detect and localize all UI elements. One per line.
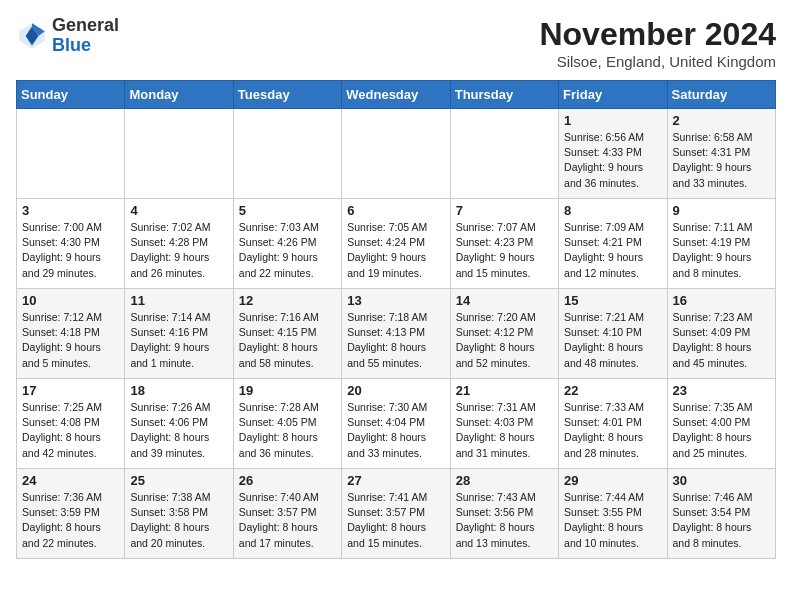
day-info: Sunrise: 7:30 AM Sunset: 4:04 PM Dayligh… [347, 400, 444, 461]
day-number: 3 [22, 203, 119, 218]
calendar-cell: 23Sunrise: 7:35 AM Sunset: 4:00 PM Dayli… [667, 379, 775, 469]
weekday-header-row: SundayMondayTuesdayWednesdayThursdayFrid… [17, 81, 776, 109]
day-number: 21 [456, 383, 553, 398]
calendar-cell: 16Sunrise: 7:23 AM Sunset: 4:09 PM Dayli… [667, 289, 775, 379]
calendar-week-row: 1Sunrise: 6:56 AM Sunset: 4:33 PM Daylig… [17, 109, 776, 199]
calendar-cell: 15Sunrise: 7:21 AM Sunset: 4:10 PM Dayli… [559, 289, 667, 379]
day-number: 17 [22, 383, 119, 398]
calendar-cell [125, 109, 233, 199]
day-info: Sunrise: 6:56 AM Sunset: 4:33 PM Dayligh… [564, 130, 661, 191]
calendar-cell: 18Sunrise: 7:26 AM Sunset: 4:06 PM Dayli… [125, 379, 233, 469]
page-header: General Blue November 2024 Silsoe, Engla… [16, 16, 776, 70]
day-number: 10 [22, 293, 119, 308]
day-number: 23 [673, 383, 770, 398]
day-info: Sunrise: 7:38 AM Sunset: 3:58 PM Dayligh… [130, 490, 227, 551]
day-number: 27 [347, 473, 444, 488]
day-number: 18 [130, 383, 227, 398]
day-number: 30 [673, 473, 770, 488]
day-number: 4 [130, 203, 227, 218]
day-info: Sunrise: 7:31 AM Sunset: 4:03 PM Dayligh… [456, 400, 553, 461]
calendar-cell: 19Sunrise: 7:28 AM Sunset: 4:05 PM Dayli… [233, 379, 341, 469]
day-number: 16 [673, 293, 770, 308]
day-info: Sunrise: 7:28 AM Sunset: 4:05 PM Dayligh… [239, 400, 336, 461]
day-info: Sunrise: 7:07 AM Sunset: 4:23 PM Dayligh… [456, 220, 553, 281]
day-info: Sunrise: 6:58 AM Sunset: 4:31 PM Dayligh… [673, 130, 770, 191]
day-number: 25 [130, 473, 227, 488]
day-info: Sunrise: 7:09 AM Sunset: 4:21 PM Dayligh… [564, 220, 661, 281]
day-info: Sunrise: 7:33 AM Sunset: 4:01 PM Dayligh… [564, 400, 661, 461]
calendar-cell: 27Sunrise: 7:41 AM Sunset: 3:57 PM Dayli… [342, 469, 450, 559]
day-info: Sunrise: 7:41 AM Sunset: 3:57 PM Dayligh… [347, 490, 444, 551]
calendar-cell [17, 109, 125, 199]
day-number: 6 [347, 203, 444, 218]
day-number: 29 [564, 473, 661, 488]
day-info: Sunrise: 7:35 AM Sunset: 4:00 PM Dayligh… [673, 400, 770, 461]
location: Silsoe, England, United Kingdom [539, 53, 776, 70]
day-info: Sunrise: 7:23 AM Sunset: 4:09 PM Dayligh… [673, 310, 770, 371]
day-number: 7 [456, 203, 553, 218]
calendar-cell: 1Sunrise: 6:56 AM Sunset: 4:33 PM Daylig… [559, 109, 667, 199]
day-info: Sunrise: 7:00 AM Sunset: 4:30 PM Dayligh… [22, 220, 119, 281]
calendar-cell: 4Sunrise: 7:02 AM Sunset: 4:28 PM Daylig… [125, 199, 233, 289]
weekday-header-saturday: Saturday [667, 81, 775, 109]
day-number: 26 [239, 473, 336, 488]
calendar-cell: 28Sunrise: 7:43 AM Sunset: 3:56 PM Dayli… [450, 469, 558, 559]
weekday-header-wednesday: Wednesday [342, 81, 450, 109]
day-info: Sunrise: 7:44 AM Sunset: 3:55 PM Dayligh… [564, 490, 661, 551]
calendar-cell: 14Sunrise: 7:20 AM Sunset: 4:12 PM Dayli… [450, 289, 558, 379]
calendar-cell: 17Sunrise: 7:25 AM Sunset: 4:08 PM Dayli… [17, 379, 125, 469]
calendar-cell: 10Sunrise: 7:12 AM Sunset: 4:18 PM Dayli… [17, 289, 125, 379]
day-number: 24 [22, 473, 119, 488]
calendar-week-row: 10Sunrise: 7:12 AM Sunset: 4:18 PM Dayli… [17, 289, 776, 379]
day-info: Sunrise: 7:20 AM Sunset: 4:12 PM Dayligh… [456, 310, 553, 371]
day-info: Sunrise: 7:18 AM Sunset: 4:13 PM Dayligh… [347, 310, 444, 371]
weekday-header-friday: Friday [559, 81, 667, 109]
day-info: Sunrise: 7:26 AM Sunset: 4:06 PM Dayligh… [130, 400, 227, 461]
calendar-cell [342, 109, 450, 199]
month-title: November 2024 [539, 16, 776, 53]
calendar-cell: 29Sunrise: 7:44 AM Sunset: 3:55 PM Dayli… [559, 469, 667, 559]
day-number: 8 [564, 203, 661, 218]
calendar-cell: 25Sunrise: 7:38 AM Sunset: 3:58 PM Dayli… [125, 469, 233, 559]
logo: General Blue [16, 16, 119, 56]
day-number: 9 [673, 203, 770, 218]
title-area: November 2024 Silsoe, England, United Ki… [539, 16, 776, 70]
day-info: Sunrise: 7:16 AM Sunset: 4:15 PM Dayligh… [239, 310, 336, 371]
day-number: 14 [456, 293, 553, 308]
calendar-cell: 30Sunrise: 7:46 AM Sunset: 3:54 PM Dayli… [667, 469, 775, 559]
weekday-header-thursday: Thursday [450, 81, 558, 109]
day-number: 12 [239, 293, 336, 308]
day-number: 11 [130, 293, 227, 308]
day-number: 13 [347, 293, 444, 308]
day-number: 28 [456, 473, 553, 488]
calendar-table: SundayMondayTuesdayWednesdayThursdayFrid… [16, 80, 776, 559]
calendar-cell: 8Sunrise: 7:09 AM Sunset: 4:21 PM Daylig… [559, 199, 667, 289]
calendar-cell: 26Sunrise: 7:40 AM Sunset: 3:57 PM Dayli… [233, 469, 341, 559]
calendar-cell: 11Sunrise: 7:14 AM Sunset: 4:16 PM Dayli… [125, 289, 233, 379]
calendar-week-row: 24Sunrise: 7:36 AM Sunset: 3:59 PM Dayli… [17, 469, 776, 559]
day-info: Sunrise: 7:12 AM Sunset: 4:18 PM Dayligh… [22, 310, 119, 371]
day-info: Sunrise: 7:05 AM Sunset: 4:24 PM Dayligh… [347, 220, 444, 281]
calendar-cell: 3Sunrise: 7:00 AM Sunset: 4:30 PM Daylig… [17, 199, 125, 289]
calendar-cell: 7Sunrise: 7:07 AM Sunset: 4:23 PM Daylig… [450, 199, 558, 289]
day-info: Sunrise: 7:43 AM Sunset: 3:56 PM Dayligh… [456, 490, 553, 551]
calendar-cell [233, 109, 341, 199]
day-number: 19 [239, 383, 336, 398]
calendar-cell: 21Sunrise: 7:31 AM Sunset: 4:03 PM Dayli… [450, 379, 558, 469]
calendar-cell: 9Sunrise: 7:11 AM Sunset: 4:19 PM Daylig… [667, 199, 775, 289]
day-info: Sunrise: 7:11 AM Sunset: 4:19 PM Dayligh… [673, 220, 770, 281]
day-number: 15 [564, 293, 661, 308]
day-info: Sunrise: 7:25 AM Sunset: 4:08 PM Dayligh… [22, 400, 119, 461]
calendar-cell: 24Sunrise: 7:36 AM Sunset: 3:59 PM Dayli… [17, 469, 125, 559]
day-number: 5 [239, 203, 336, 218]
weekday-header-sunday: Sunday [17, 81, 125, 109]
day-info: Sunrise: 7:40 AM Sunset: 3:57 PM Dayligh… [239, 490, 336, 551]
logo-text: General Blue [52, 16, 119, 56]
calendar-cell: 2Sunrise: 6:58 AM Sunset: 4:31 PM Daylig… [667, 109, 775, 199]
calendar-cell: 20Sunrise: 7:30 AM Sunset: 4:04 PM Dayli… [342, 379, 450, 469]
day-info: Sunrise: 7:02 AM Sunset: 4:28 PM Dayligh… [130, 220, 227, 281]
logo-icon [16, 20, 48, 52]
day-info: Sunrise: 7:46 AM Sunset: 3:54 PM Dayligh… [673, 490, 770, 551]
calendar-cell: 22Sunrise: 7:33 AM Sunset: 4:01 PM Dayli… [559, 379, 667, 469]
day-number: 20 [347, 383, 444, 398]
